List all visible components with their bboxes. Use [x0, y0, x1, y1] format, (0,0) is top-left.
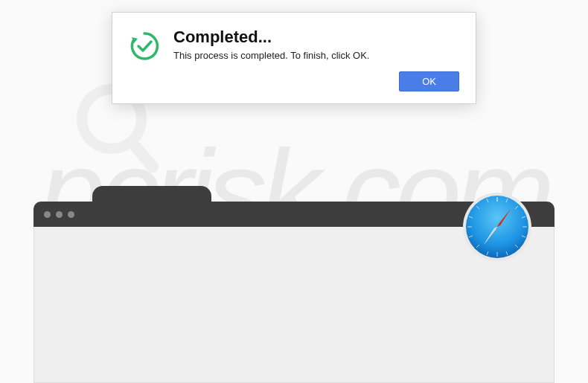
completion-dialog: Completed... This process is completed. …	[112, 12, 476, 104]
browser-viewport	[33, 227, 555, 383]
window-control-dot[interactable]	[44, 211, 51, 218]
dialog-button-row: OK	[173, 71, 459, 91]
dialog-content: Completed... This process is completed. …	[173, 28, 459, 91]
safari-compass-icon	[461, 191, 533, 263]
browser-tab-active[interactable]	[92, 186, 211, 227]
ok-button[interactable]: OK	[399, 71, 459, 91]
browser-window	[33, 202, 555, 383]
dialog-title: Completed...	[173, 28, 459, 47]
dialog-message: This process is completed. To finish, cl…	[173, 50, 459, 61]
window-control-dot[interactable]	[56, 211, 63, 218]
window-controls	[33, 202, 93, 227]
svg-rect-1	[128, 139, 161, 176]
window-control-dot[interactable]	[68, 211, 74, 218]
checkmark-refresh-icon	[129, 30, 160, 62]
